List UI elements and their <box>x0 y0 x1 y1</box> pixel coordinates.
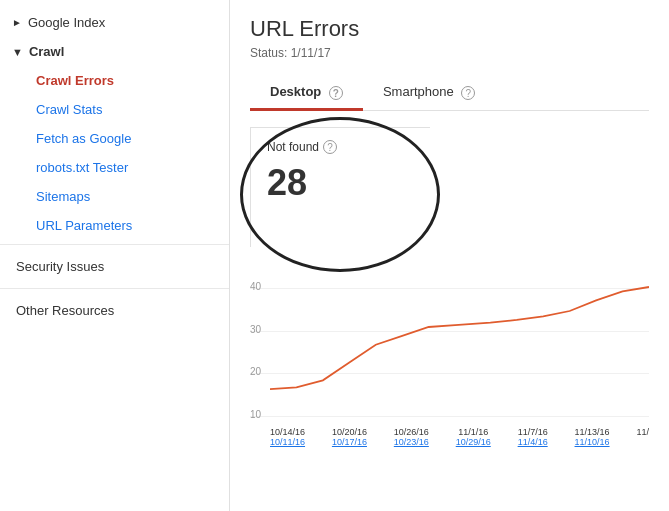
smartphone-help-icon[interactable]: ? <box>461 86 475 100</box>
crawl-submenu: Crawl Errors Crawl Stats Fetch as Google… <box>0 66 229 240</box>
not-found-label: Not found ? <box>267 140 414 154</box>
arrow-down-icon: ▼ <box>12 46 23 58</box>
arrow-right-icon: ► <box>12 17 22 28</box>
divider-2 <box>0 288 229 289</box>
x-label-2: 10/20/16 10/17/16 <box>332 427 367 447</box>
x-label-1: 10/14/16 10/11/16 <box>270 427 305 447</box>
x-label-6: 11/13/16 11/10/16 <box>575 427 610 447</box>
sidebar-item-fetch-as-google[interactable]: Fetch as Google <box>8 124 229 153</box>
x-axis: 10/14/16 10/11/16 10/20/16 10/17/16 10/2… <box>270 427 649 447</box>
sidebar-item-sitemaps[interactable]: Sitemaps <box>8 182 229 211</box>
sidebar-item-url-parameters[interactable]: URL Parameters <box>8 211 229 240</box>
chart-area: Not found ? 28 40 30 20 10 10/14/16 10/1… <box>250 127 649 447</box>
grid-line-10: 10 <box>250 416 649 417</box>
sidebar-item-google-index[interactable]: ► Google Index <box>0 8 229 37</box>
sidebar-item-crawl-stats[interactable]: Crawl Stats <box>8 95 229 124</box>
not-found-help-icon[interactable]: ? <box>323 140 337 154</box>
sidebar-item-crawl-errors[interactable]: Crawl Errors <box>8 66 229 95</box>
divider-1 <box>0 244 229 245</box>
main-content: URL Errors Status: 1/11/17 Desktop ? Sma… <box>230 0 669 511</box>
x-label-3: 10/26/16 10/23/16 <box>394 427 429 447</box>
line-chart <box>270 247 649 407</box>
sidebar-item-robots-tester[interactable]: robots.txt Tester <box>8 153 229 182</box>
sidebar: ► Google Index ▼ Crawl Crawl Errors Craw… <box>0 0 230 511</box>
status-text: Status: 1/11/17 <box>250 46 649 60</box>
tab-bar: Desktop ? Smartphone ? <box>250 76 649 111</box>
tab-smartphone[interactable]: Smartphone ? <box>363 76 495 111</box>
sidebar-item-other-resources[interactable]: Other Resources <box>0 293 229 328</box>
x-label-5: 11/7/16 11/4/16 <box>518 427 548 447</box>
google-index-label: Google Index <box>28 15 105 30</box>
not-found-number: 28 <box>267 162 414 204</box>
sidebar-item-crawl[interactable]: ▼ Crawl <box>0 37 229 66</box>
desktop-help-icon[interactable]: ? <box>329 86 343 100</box>
not-found-box: Not found ? 28 <box>250 127 430 247</box>
x-label-7: 11/ <box>636 427 649 447</box>
crawl-label: Crawl <box>29 44 64 59</box>
page-title: URL Errors <box>250 16 649 42</box>
tab-desktop[interactable]: Desktop ? <box>250 76 363 111</box>
x-label-4: 11/1/16 10/29/16 <box>456 427 491 447</box>
sidebar-item-security-issues[interactable]: Security Issues <box>0 249 229 284</box>
